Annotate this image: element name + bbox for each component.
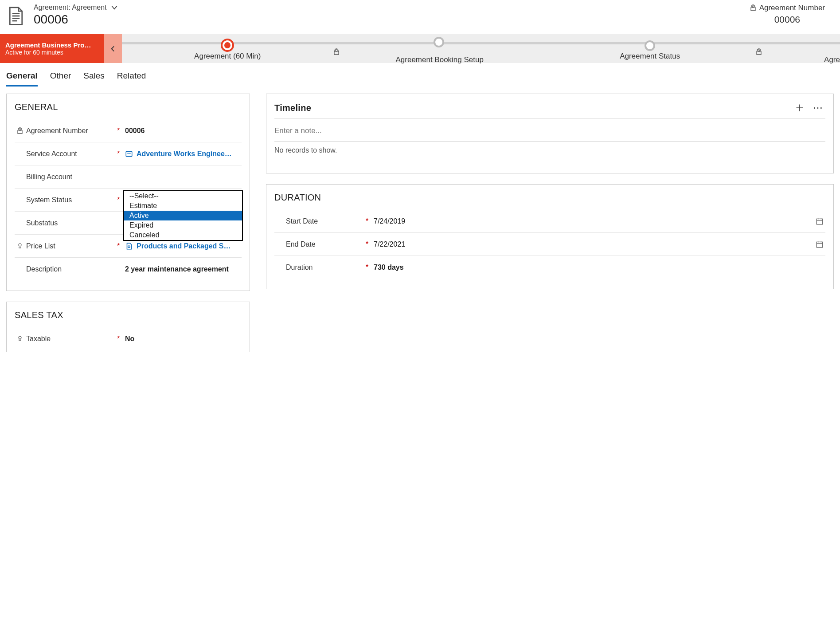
lock-icon — [755, 48, 840, 55]
section-timeline: Timeline ⋯ No records to show. — [266, 94, 834, 173]
option-canceled[interactable]: Canceled — [124, 230, 242, 240]
field-label: Duration — [286, 263, 313, 271]
option-estimate[interactable]: Estimate — [124, 201, 242, 211]
lock-icon — [16, 127, 23, 134]
calendar-icon[interactable] — [816, 240, 824, 248]
system-status-dropdown: --Select-- Estimate Active Expired Cance… — [123, 190, 243, 241]
recommendation-icon — [16, 243, 23, 250]
svg-rect-6 — [129, 153, 130, 153]
field-label: Service Account — [26, 150, 77, 158]
field-taxable: Taxable * No — [15, 327, 242, 350]
stage-label: Agreement Booking Setup — [395, 55, 483, 64]
form-tabs: General Other Sales Related — [0, 63, 840, 87]
lookup-link[interactable]: Adventure Works Enginee… — [137, 150, 232, 158]
stage-agreement[interactable]: Agreement (60 Min) — [122, 37, 333, 61]
field-label: Taxable — [26, 335, 51, 343]
field-system-status: System Status * --Select-- Estimate Acti… — [15, 189, 242, 212]
stage-circle-icon — [645, 40, 655, 51]
field-label: Substatus — [26, 219, 58, 227]
field-label: Agreement Number — [26, 127, 88, 135]
record-type-icon — [6, 6, 26, 26]
header-key-field: Agreement Number 00006 — [750, 4, 834, 25]
option-select[interactable]: --Select-- — [124, 191, 242, 201]
section-title: Timeline — [274, 103, 795, 113]
svg-rect-14 — [817, 242, 823, 247]
pricelist-icon — [125, 242, 133, 250]
section-general: GENERAL Agreement Number * 00006 Service… — [6, 94, 250, 291]
chevron-down-icon — [110, 4, 118, 12]
tab-general[interactable]: General — [6, 68, 38, 87]
field-duration: Duration * 730 days — [274, 256, 825, 279]
text-input[interactable]: 2 year maintenance agreement — [125, 265, 240, 273]
required-indicator: * — [364, 217, 370, 225]
section-duration: DURATION Start Date * 7/24/2019 End Date… — [266, 184, 834, 289]
svg-point-7 — [19, 244, 21, 246]
calendar-icon[interactable] — [816, 217, 824, 225]
timeline-add-button[interactable] — [795, 103, 810, 112]
breadcrumb[interactable]: Agreement: Agreement — [34, 4, 742, 12]
field-service-account: Service Account * Adventure Works Engine… — [15, 142, 242, 165]
stage-label: Agreement (60 Min) — [194, 52, 261, 60]
field-label: Billing Account — [26, 173, 72, 181]
required-indicator: * — [115, 196, 121, 204]
business-process-flow: Agreement Business Pro… Active for 60 mi… — [0, 34, 840, 63]
field-start-date: Start Date * 7/24/2019 — [274, 210, 825, 233]
option-expired[interactable]: Expired — [124, 220, 242, 230]
process-name: Agreement Business Pro… — [5, 41, 99, 49]
section-title: GENERAL — [15, 102, 242, 112]
required-indicator: * — [115, 335, 121, 343]
svg-point-9 — [19, 336, 21, 339]
svg-point-8 — [128, 245, 130, 248]
field-billing-account: Billing Account — [15, 165, 242, 189]
field-label: Description — [26, 265, 62, 273]
stage-booking-setup[interactable]: Agreement Booking Setup — [333, 33, 544, 64]
breadcrumb-text: Agreement: Agreement — [34, 4, 107, 12]
lookup-link[interactable]: Products and Packaged S… — [137, 242, 231, 250]
section-title: SALES TAX — [15, 310, 242, 320]
field-label: Start Date — [286, 217, 318, 225]
page-title: 00006 — [34, 12, 742, 27]
section-sales-tax: SALES TAX Taxable * No — [6, 302, 250, 352]
tab-related[interactable]: Related — [117, 68, 146, 87]
stage-label: Agreement Status — [620, 52, 680, 60]
process-stages: Agreement (60 Min) Agreement Booking Set… — [122, 34, 840, 63]
stage-label: Agre — [824, 55, 840, 64]
field-description: Description 2 year maintenance agreement — [15, 258, 242, 281]
page-header: Agreement: Agreement 00006 Agreement Num… — [0, 0, 840, 34]
required-indicator: * — [364, 263, 370, 271]
duration-value[interactable]: 730 days — [374, 263, 824, 271]
date-value[interactable]: 7/24/2019 — [374, 217, 405, 225]
timeline-note-input[interactable] — [274, 123, 825, 142]
timeline-empty-text: No records to show. — [274, 142, 825, 163]
stage-circle-icon — [434, 37, 444, 47]
option-active[interactable]: Active — [124, 211, 242, 220]
tab-other[interactable]: Other — [50, 68, 71, 87]
required-indicator: * — [115, 242, 121, 250]
svg-rect-4 — [126, 151, 132, 156]
field-agreement-number: Agreement Number * 00006 — [15, 119, 242, 142]
required-indicator: * — [364, 240, 370, 248]
date-value[interactable]: 7/22/2021 — [374, 240, 405, 248]
svg-rect-5 — [128, 153, 129, 153]
account-icon — [125, 150, 133, 158]
svg-rect-10 — [817, 219, 823, 224]
timeline-more-button[interactable]: ⋯ — [810, 102, 825, 114]
required-indicator: * — [115, 127, 121, 135]
field-value: 00006 — [125, 127, 240, 135]
lock-icon — [333, 48, 544, 55]
tab-sales[interactable]: Sales — [83, 68, 105, 87]
boolean-value[interactable]: No — [125, 335, 240, 343]
header-key-value: 00006 — [750, 14, 825, 25]
section-title: DURATION — [274, 193, 825, 203]
stage-agreement-status[interactable]: Agreement Status — [544, 37, 755, 61]
process-duration: Active for 60 minutes — [5, 49, 99, 56]
process-collapse-button[interactable] — [104, 34, 122, 63]
required-indicator: * — [115, 150, 121, 158]
field-label: System Status — [26, 196, 72, 204]
lock-icon — [750, 4, 757, 12]
field-end-date: End Date * 7/22/2021 — [274, 233, 825, 256]
field-label: End Date — [286, 240, 316, 248]
stage-truncated[interactable]: Agre — [755, 33, 840, 64]
recommendation-icon — [16, 335, 23, 342]
process-summary[interactable]: Agreement Business Pro… Active for 60 mi… — [0, 34, 104, 63]
